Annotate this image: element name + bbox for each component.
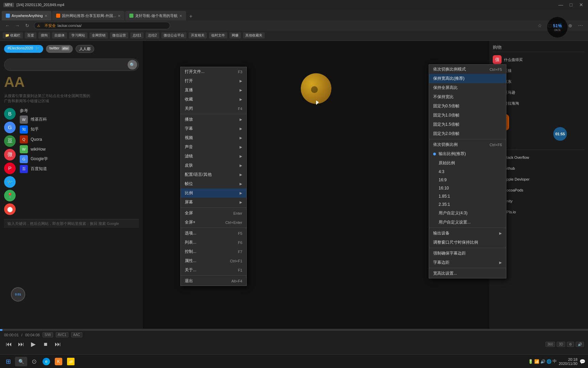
bookmark-other[interactable]: 其他收藏夹 [243, 32, 265, 39]
coding-item-apis[interactable]: A APIs.io [493, 206, 585, 217]
ratio-235-1[interactable]: 2.35:1 [429, 200, 506, 209]
bookmark-sougou[interactable]: 搜狗 [38, 32, 50, 39]
ratio-keep-fullscreen[interactable]: 保持全屏高比 [429, 83, 506, 92]
ratio-subtitle-margin[interactable]: 字幕边距 ▶ [429, 258, 506, 267]
menu-fullscreen[interactable]: 全屏 Enter [181, 209, 246, 218]
ratio-original[interactable]: 原始比例 [429, 158, 506, 168]
ratio-sequential-switch[interactable]: 依次切换比例 Ctrl+F6 [429, 140, 506, 149]
new-tab-button[interactable]: + [187, 12, 195, 20]
bookmark-learning[interactable]: 学习网站 [69, 32, 87, 39]
bookmark-wechat-pub[interactable]: 微信公众平台 [161, 32, 186, 39]
bookmark-summary1[interactable]: 总结1 [130, 32, 144, 39]
bookmark-star[interactable]: ☆ [536, 21, 544, 30]
coding-item-stackoverflow[interactable]: SO Stack Overflow [493, 152, 585, 163]
ratio-fixed-20[interactable]: 固定为2.0倍帧 [429, 129, 506, 138]
shopping-item-koala[interactable]: 考 考拉海淘 [493, 98, 585, 109]
forward-button[interactable]: → [13, 21, 21, 30]
coding-item-apple-dev[interactable]: 🍎 Apple Devloper [493, 174, 585, 185]
coding-item-github[interactable]: ⬤ Github [493, 163, 585, 174]
step-back-button[interactable]: ⏭ [16, 339, 26, 349]
start-button[interactable]: ⊞ [3, 356, 14, 367]
tab-close-1[interactable]: ✕ [45, 14, 47, 18]
tab-foreign-sites[interactable]: 国外网站推荐-分享互联网-外国... ✕ [52, 11, 125, 20]
minimize-button[interactable]: — [557, 1, 564, 8]
menu-play[interactable]: 播放 ▶ [181, 115, 246, 124]
ratio-16-9[interactable]: 16:9 [429, 176, 506, 184]
back-button[interactable]: ← [3, 21, 12, 30]
shopping-item-smzdm[interactable]: 值 什么值得买 [493, 54, 585, 65]
main-search-input[interactable] [4, 59, 139, 71]
tab-anywhereanything[interactable]: AnywhereAnything ✕ [2, 11, 51, 20]
search-submit-button[interactable]: 🔍 [128, 60, 137, 70]
maps-icon[interactable]: 📍 [4, 190, 16, 201]
next-button[interactable]: ⏭ [53, 339, 63, 349]
refresh-button[interactable]: ↻ [23, 21, 31, 30]
taskbar-edge[interactable]: e [41, 356, 52, 367]
menu-audio[interactable]: 声音 ▶ [181, 142, 246, 152]
ratio-fixed-15[interactable]: 固定为1.5倍帧 [429, 120, 506, 129]
shopping-item-jd[interactable]: 京 京东 [493, 76, 585, 87]
douban-icon[interactable]: 豆 [4, 135, 16, 147]
menu-open-file[interactable]: 打开文件... F3 [181, 67, 246, 76]
ratio-fixed-05[interactable]: 固定为0.5倍帧 [429, 102, 506, 111]
bookmark-money[interactable]: 网赚 [229, 32, 241, 39]
menu-video[interactable]: 视频 ▶ [181, 133, 246, 142]
menu-fullscreen-plus[interactable]: 全屏+ Ctrl+Enter [181, 218, 246, 227]
ratio-resize-keep[interactable]: 调整窗口尺寸时保持比例 [429, 238, 506, 247]
bookmark-favorites[interactable]: 📁 收藏栏 [3, 32, 23, 39]
ratio-185-1[interactable]: 1.85:1 [429, 192, 506, 200]
menu-list[interactable]: 列表... F6 [181, 238, 246, 247]
bookmark-temp[interactable]: 临时文件 [209, 32, 227, 39]
menu-config-lang[interactable]: 配置/语言/其他 ▶ [181, 170, 246, 179]
bookmark-dev[interactable]: 开发相关 [189, 32, 207, 39]
coding-item-cocoapods[interactable]: C CocoaPods [493, 185, 585, 196]
bookmark-summary2[interactable]: 总结2 [146, 32, 159, 39]
taskbar-explorer[interactable]: 📁 [65, 356, 76, 367]
tab-longxuan-nav[interactable]: 龙轩导航-做个有用的导航 ✕ [125, 11, 186, 20]
menu-filter[interactable]: 滤镜 ▶ [181, 152, 246, 161]
url-bar[interactable]: ⚠ 不安全 lackar.com/aa/ [34, 22, 170, 29]
close-button[interactable]: ✕ [578, 1, 585, 8]
notification-button[interactable]: 💬 [579, 359, 585, 364]
ref-item-scholar[interactable]: G Google学 [20, 155, 139, 163]
taskbar-search[interactable]: 🔍 [15, 357, 27, 366]
shopping-item-amazon[interactable]: a 亚马逊 [493, 87, 585, 98]
menu-about[interactable]: 关于... F1 [181, 265, 246, 275]
clock-display[interactable]: 20:18 2020/11/30 [559, 357, 577, 366]
taskbar-view[interactable]: ⊙ [29, 356, 39, 367]
ratio-output-device[interactable]: 输出设备 ▶ [429, 229, 506, 238]
ref-item-wiki[interactable]: W 维基百科 [20, 116, 139, 124]
shopping-item-tmall[interactable]: 猫 天猫 [493, 65, 585, 76]
menu-live[interactable]: 直播 ▶ [181, 86, 246, 95]
menu-skin[interactable]: 皮肤 ▶ [181, 161, 246, 170]
tab-close-3[interactable]: ✕ [179, 14, 182, 18]
prev-button[interactable]: ⏮ [4, 339, 14, 349]
coding-item-unity[interactable]: U Unity [493, 196, 585, 206]
ratio-aspect-settings[interactable]: 宽高比设置... [429, 269, 506, 278]
menu-screen[interactable]: 屏幕 ▶ [181, 198, 246, 207]
nav-tag-twitter[interactable]: twitter alter [46, 45, 73, 53]
ratio-custom-4-3[interactable]: 用户自定义(4:3) [429, 209, 506, 218]
ratio-sequential-mode[interactable]: 依次切换比例模式 Ctrl+F5 [429, 65, 506, 74]
bing-icon[interactable]: B [4, 108, 16, 120]
nav-tag-elections[interactable]: #Elections2020 🐦 [4, 45, 43, 53]
menu-favorites[interactable]: 收藏 ▶ [181, 95, 246, 104]
nav-tag-renren[interactable]: 人人都 [76, 45, 94, 53]
tab-close-2[interactable]: ✕ [118, 14, 120, 18]
taskbar-klok[interactable]: K [53, 356, 64, 367]
google-icon[interactable]: G [4, 122, 16, 133]
stop-button[interactable]: ■ [41, 339, 50, 349]
ref-item-baidu-zhidao[interactable]: 百 百度知道 [20, 165, 139, 173]
pinterest-icon[interactable]: P [4, 163, 16, 174]
ref-item-zhihu[interactable]: 知 知乎 [20, 125, 139, 134]
menu-control[interactable]: 控制... F7 [181, 247, 246, 256]
ratio-fixed-10[interactable]: 固定为1.0倍帧 [429, 111, 506, 120]
more-menu[interactable]: ⋯ [576, 21, 585, 30]
bookmark-zimeiti[interactable]: 自媒体 [52, 32, 67, 39]
ref-item-wikihow[interactable]: W wikiHow [20, 145, 139, 153]
ratio-no-keep-width[interactable]: 不保持宽比 [429, 92, 506, 102]
ref-item-quora[interactable]: Q Quora [20, 135, 139, 143]
menu-options[interactable]: 选项... F5 [181, 229, 246, 238]
menu-open[interactable]: 打开 ▶ [181, 76, 246, 86]
menu-close[interactable]: 关闭 F4 [181, 104, 246, 113]
